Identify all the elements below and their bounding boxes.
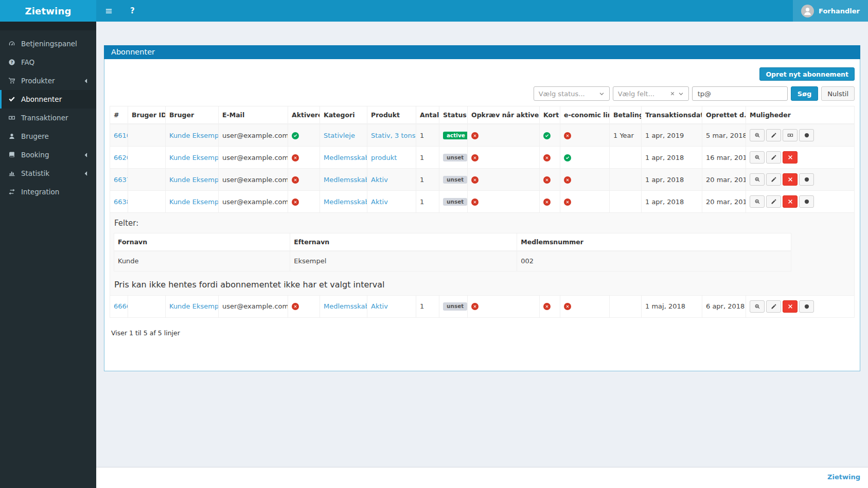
sidebar-item-label: Integration — [21, 188, 59, 196]
cross-circle-icon — [471, 154, 479, 161]
actions-cell — [746, 124, 855, 147]
cross-circle-icon — [564, 176, 571, 184]
felter-column-header: Medlemsnummer — [517, 233, 791, 251]
delete-button[interactable] — [783, 195, 798, 208]
view-button[interactable] — [750, 129, 765, 141]
category-link[interactable]: Stativleje — [324, 132, 355, 139]
sidebar-item-faq[interactable]: ?FAQ — [0, 53, 96, 71]
sidebar-item-transaktioner[interactable]: Transaktioner — [0, 109, 96, 127]
table-header-row: #Bruger IDBrugerE-MailAktiveretKategoriP… — [110, 106, 855, 124]
view-button[interactable] — [750, 300, 765, 313]
sidebar-toggle-button[interactable] — [96, 0, 121, 22]
check-icon — [8, 96, 16, 103]
payment-cell — [610, 169, 642, 191]
reset-button[interactable]: Nulstil — [821, 86, 855, 101]
sidebar-item-abonnenter[interactable]: Abonnenter — [0, 90, 96, 109]
exchange-icon — [8, 188, 16, 195]
cancel-button[interactable] — [799, 173, 814, 186]
sidebar-item-integration[interactable]: Integration — [0, 183, 96, 201]
svg-text:?: ? — [11, 60, 13, 65]
status-badge: unset — [443, 176, 467, 184]
sidebar-item-label: Betjeningspanel — [21, 40, 77, 48]
chevron-down-icon — [678, 91, 684, 97]
category-link[interactable]: Medlemsskab — [324, 176, 367, 184]
created-date-cell: 20 mar, 2018 — [702, 191, 746, 213]
column-header: Oprettet d. — [702, 106, 746, 124]
subscription-id-link[interactable]: 6610 — [114, 132, 128, 139]
actions-cell — [746, 147, 855, 169]
sidebar-item-brugere[interactable]: Brugere — [0, 127, 96, 146]
subscription-id-link[interactable]: 6638 — [114, 198, 128, 206]
ban-icon — [804, 303, 810, 310]
help-button[interactable]: ? — [121, 0, 144, 22]
sidebar-item-betjeningspanel[interactable]: Betjeningspanel — [0, 34, 96, 53]
transaction-date-cell: 1 apr, 2018 — [642, 169, 702, 191]
view-button[interactable] — [750, 151, 765, 164]
product-link[interactable]: Aktiv — [371, 176, 388, 184]
felter-column-header: Fornavn — [114, 233, 290, 251]
create-subscription-button[interactable]: Opret nyt abonnement — [759, 67, 855, 81]
check-circle-icon — [292, 132, 299, 139]
status-badge: unset — [443, 154, 467, 162]
payment-cell — [610, 295, 642, 317]
search-button[interactable]: Søg — [791, 86, 819, 101]
felter-table: FornavnEfternavnMedlemsnummerKundeEksemp… — [114, 233, 791, 272]
cancel-button[interactable] — [799, 300, 814, 313]
ban-icon — [804, 176, 810, 183]
footer-brand-link[interactable]: Zietwing — [827, 473, 860, 481]
column-header: Bruger ID — [128, 106, 166, 124]
cross-circle-icon — [471, 132, 479, 139]
view-button[interactable] — [750, 173, 765, 186]
subscription-id-link[interactable]: 6666 — [114, 302, 128, 310]
category-link[interactable]: Medlemsskab — [324, 198, 367, 206]
magnifier-plus-icon — [754, 198, 760, 205]
delete-button[interactable] — [783, 300, 798, 313]
edit-button[interactable] — [766, 300, 781, 313]
subscription-id-link[interactable]: 6637 — [114, 176, 128, 184]
user-link[interactable]: Kunde Eksempel — [169, 176, 219, 184]
pencil-icon — [771, 176, 777, 183]
user-id-cell — [128, 295, 166, 317]
view-button[interactable] — [750, 195, 765, 208]
product-link[interactable]: Stativ, 3 tons — [371, 132, 415, 139]
delete-button[interactable] — [783, 173, 798, 186]
category-link[interactable]: Medlemsskab — [324, 302, 367, 310]
search-input[interactable] — [692, 86, 788, 101]
sidebar-item-label: Produkter — [21, 77, 55, 85]
panel-title: Abonnenter — [104, 45, 860, 59]
cancel-button[interactable] — [799, 129, 814, 141]
field-select[interactable]: Vælg felt... — [613, 86, 689, 101]
status-select[interactable]: Vælg status... — [534, 86, 610, 101]
sidebar-item-statistik[interactable]: Statistik — [0, 164, 96, 183]
edit-button[interactable] — [766, 173, 781, 186]
cancel-button[interactable] — [799, 195, 814, 208]
edit-button[interactable] — [766, 195, 781, 208]
subscription-id-link[interactable]: 6620 — [114, 154, 128, 161]
payment-cell — [610, 147, 642, 169]
clear-icon[interactable] — [670, 91, 675, 96]
product-link[interactable]: produkt — [371, 154, 397, 161]
user-link[interactable]: Kunde Eksempel — [169, 198, 219, 206]
cross-icon — [787, 198, 793, 205]
product-link[interactable]: Aktiv — [371, 198, 388, 206]
column-header: Betaling — [610, 106, 642, 124]
product-link[interactable]: Aktiv — [371, 302, 388, 310]
status-select-placeholder: Vælg status... — [539, 90, 596, 98]
actions-cell — [746, 191, 855, 213]
sidebar-item-label: Statistik — [21, 169, 49, 177]
delete-button[interactable] — [783, 151, 798, 164]
sidebar-item-produkter[interactable]: Produkter — [0, 71, 96, 90]
payment-button[interactable] — [783, 129, 798, 141]
category-link[interactable]: Medlemsskab — [324, 154, 367, 161]
user-link[interactable]: Kunde Eksempel — [169, 132, 219, 139]
user-id-cell — [128, 124, 166, 147]
user-link[interactable]: Kunde Eksempel — [169, 154, 219, 161]
user-menu[interactable]: Forhandler — [793, 0, 868, 22]
brand-logo[interactable]: Zietwing — [0, 0, 96, 22]
user-id-cell — [128, 147, 166, 169]
edit-button[interactable] — [766, 129, 781, 141]
cross-icon — [787, 176, 793, 183]
edit-button[interactable] — [766, 151, 781, 164]
sidebar-item-booking[interactable]: Booking — [0, 146, 96, 164]
user-link[interactable]: Kunde Eksempel — [169, 302, 219, 310]
